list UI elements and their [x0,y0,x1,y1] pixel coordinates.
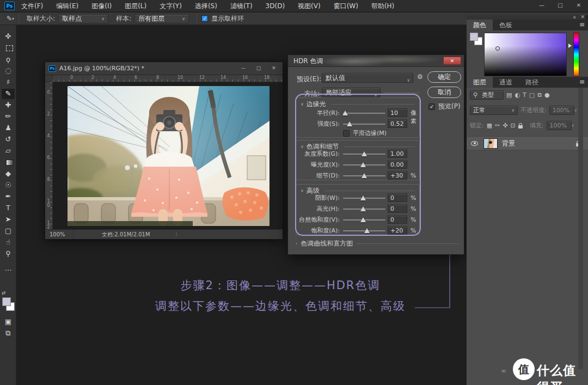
exposure-slider[interactable] [343,164,385,166]
radius-slider[interactable] [343,113,385,114]
panel-close-icon[interactable]: ✕ [580,14,585,20]
horizontal-ruler[interactable]: 0 2 4 6 8 10 12 14 16 18 [53,75,283,82]
filter-pixel-layers-icon[interactable]: ▤ [506,91,512,99]
slider-thumb[interactable] [362,173,367,178]
method-select[interactable]: 局部适应∨ [322,88,381,97]
menu-edit[interactable]: 编辑(E) [50,0,85,12]
slider-thumb[interactable] [342,111,348,115]
fill-select[interactable]: 100%∨ [547,121,572,130]
swap-colors-icon[interactable]: ⇄ [2,290,6,296]
highlight-field[interactable]: 0 [388,204,407,213]
opacity-select[interactable]: 100%∨ [549,106,574,115]
filter-smart-objects-icon[interactable]: ⧉ [537,91,542,99]
menu-3d[interactable]: 3D(D) [259,0,291,12]
preset-options-gear-icon[interactable]: ⚙ [417,73,423,81]
crop-tool[interactable]: ♯ [2,77,15,88]
tab-color[interactable]: 颜色 [467,20,493,30]
hand-tool[interactable]: ☝ [2,237,15,248]
quick-mask-button[interactable]: ▣ [2,317,15,327]
eraser-tool[interactable]: ▱ [2,146,15,156]
lock-all-icon[interactable] [518,125,523,129]
menu-type[interactable]: 文字(Y) [153,0,188,12]
clone-stamp-tool[interactable]: ♟ [2,123,15,133]
zoom-tool[interactable]: ⚲ [2,249,15,259]
menu-help[interactable]: 帮助(H) [365,0,401,12]
path-selection-tool[interactable]: ➤ [2,215,15,225]
saturation-slider[interactable] [343,230,385,231]
maximize-button[interactable]: □ [551,0,569,12]
slider-thumb[interactable] [364,228,370,233]
panel-scrollbar[interactable] [578,88,583,369]
blur-tool[interactable]: ◆ [2,169,15,179]
hue-strip[interactable] [573,33,579,76]
eyedropper-option-icon[interactable]: ✎ [7,15,12,22]
close-button[interactable]: ✕ [569,0,588,12]
status-arrow-icon[interactable]: 〉 [175,231,181,239]
layer-row-background[interactable]: 背景 [467,136,588,150]
slider-thumb[interactable] [347,121,352,126]
tab-swatches[interactable]: 色板 [493,20,519,30]
panel-menu-icon[interactable]: ≡ [579,78,585,85]
menu-window[interactable]: 窗口(W) [327,0,365,12]
ok-button[interactable]: 确定 [427,71,461,83]
healing-brush-tool[interactable]: ✚ [2,100,15,111]
edit-toolbar-button[interactable]: … [2,264,15,274]
filter-adjustment-layers-icon[interactable]: ◐ [514,91,520,99]
chevron-down-icon[interactable]: ∨ [301,144,304,149]
doc-close-button[interactable]: ✕ [266,63,281,73]
panel-menu-icon[interactable]: ≡ [579,21,585,28]
tab-paths[interactable]: 路径 [519,77,545,88]
color-field-marker[interactable] [495,46,500,51]
lock-pixels-icon[interactable]: ✏ [495,122,500,129]
doc-maximize-button[interactable]: □ [251,63,266,73]
highlight-slider[interactable] [343,209,385,210]
slider-thumb[interactable] [360,217,366,222]
doc-minimize-button[interactable]: — [236,63,251,73]
menu-view[interactable]: 视图(V) [291,0,327,12]
history-brush-tool[interactable]: ↺ [2,135,15,145]
layer-visibility-eye-icon[interactable] [471,141,478,146]
detail-slider[interactable] [343,175,385,176]
tab-layers[interactable]: 图层 [467,77,493,88]
foreground-color-swatch[interactable] [2,297,11,306]
hue-slider-arrow[interactable] [568,44,572,48]
screen-mode-button[interactable]: ⧉ [2,328,15,339]
shadow-slider[interactable] [343,198,385,199]
move-tool[interactable]: ✜ [2,32,15,42]
radius-field[interactable]: 10 [388,108,407,117]
lock-artboard-icon[interactable]: ⊡ [511,122,516,129]
slider-thumb[interactable] [362,151,367,156]
shape-tool[interactable]: ▢ [2,226,15,236]
chevron-down-icon[interactable]: ∨ [301,102,304,107]
color-field[interactable] [484,33,567,76]
eyedropper-tool[interactable]: ✎ [2,89,15,99]
lasso-tool[interactable]: ϙ [2,54,15,65]
dialog-titlebar[interactable]: HDR 色调 ✕ [288,55,464,67]
zoom-level[interactable]: 100% [45,230,74,239]
gradient-tool[interactable] [2,157,15,168]
dialog-close-button[interactable]: ✕ [443,57,461,65]
rectangular-marquee-tool[interactable] [2,43,15,53]
menu-filter[interactable]: 滤镜(T) [224,0,259,12]
menu-file[interactable]: 文件(F) [15,0,50,12]
slider-thumb[interactable] [360,206,366,211]
blend-mode-select[interactable]: 正常∨ [470,106,518,115]
preset-select[interactable]: 默认值∨ [322,73,413,83]
vibrance-slider[interactable] [343,219,385,221]
exposure-field[interactable]: 0.00 [388,160,407,169]
filter-type-layers-icon[interactable]: T [523,91,526,99]
vibrance-field[interactable]: 0 [388,215,407,224]
document-titlebar[interactable]: Ps A16.jpg @ 100%(RGB/32*) * — □ ✕ [45,62,283,75]
detail-field[interactable]: +30 [388,171,407,180]
toning-curve-section[interactable]: › 色调曲线和直方图 [296,239,459,248]
lock-position-icon[interactable]: ✜ [503,122,507,129]
pen-tool[interactable]: ✒ [2,192,15,202]
smooth-edges-checkbox[interactable] [343,130,350,137]
layer-filter-select[interactable]: ⚲ 类型 [470,90,504,100]
vertical-ruler[interactable]: 0 2 4 6 8 10 12 [45,82,53,229]
panel-foreground-swatch[interactable] [470,33,478,41]
filter-shape-layers-icon[interactable]: ▢ [529,91,535,99]
canvas-area[interactable] [53,82,283,229]
shadow-field[interactable]: 0 [388,193,407,202]
gamma-slider[interactable] [343,154,385,155]
